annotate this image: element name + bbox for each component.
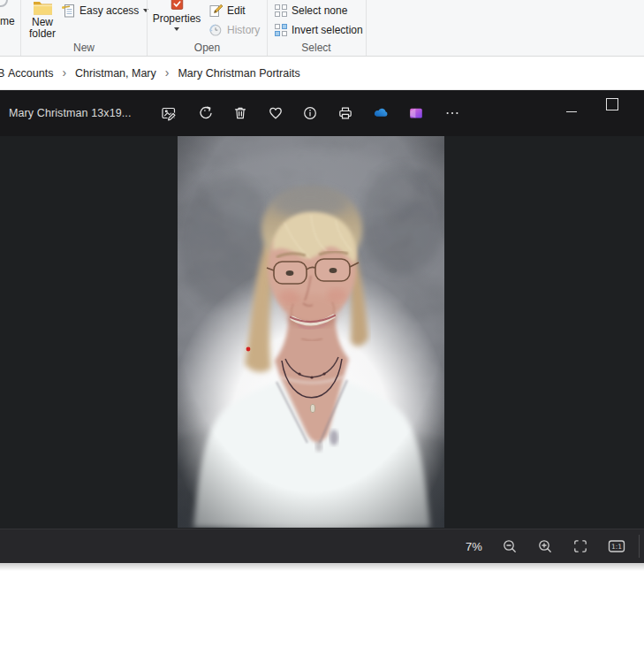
explorer-ribbon: me New folder Easy access New bbox=[0, 0, 644, 57]
photo-vignette bbox=[178, 136, 444, 528]
invert-selection-icon bbox=[275, 24, 287, 36]
invert-selection-label: Invert selection bbox=[292, 24, 363, 36]
video-editor-button[interactable] bbox=[408, 105, 424, 121]
print-button[interactable] bbox=[337, 105, 353, 121]
edit-label: Edit bbox=[227, 4, 246, 17]
properties-icon bbox=[170, 0, 185, 11]
see-more-icon bbox=[444, 105, 460, 121]
ribbon-group-label-select: Select bbox=[268, 42, 365, 54]
zoom-in-icon bbox=[537, 538, 553, 554]
breadcrumb-item-accounts[interactable]: Accounts bbox=[6, 65, 55, 82]
breadcrumb-item-christman-mary[interactable]: Christman, Mary bbox=[73, 65, 158, 82]
ribbon-partial-label: me bbox=[0, 15, 15, 27]
ribbon-group-label-new: New bbox=[21, 42, 147, 54]
history-button[interactable]: History bbox=[208, 22, 260, 38]
maximize-button[interactable] bbox=[606, 98, 618, 110]
new-folder-icon bbox=[33, 0, 53, 15]
actual-size-label: 1:1 bbox=[611, 543, 622, 551]
history-icon bbox=[208, 23, 223, 37]
edit-image-icon bbox=[161, 105, 177, 121]
photos-titlebar: Mary Christman 13x19... bbox=[0, 90, 644, 136]
onedrive-button[interactable] bbox=[373, 105, 389, 121]
favorite-icon bbox=[268, 105, 284, 121]
photo-viewer-canvas[interactable] bbox=[0, 136, 644, 529]
portrait-photo bbox=[178, 136, 444, 528]
fit-to-window-icon bbox=[572, 538, 588, 554]
edit-button[interactable]: Edit bbox=[208, 3, 246, 19]
breadcrumb-chevron-icon: › bbox=[158, 65, 177, 81]
info-icon bbox=[302, 105, 318, 121]
onedrive-icon bbox=[373, 105, 389, 121]
edit-image-button[interactable] bbox=[161, 105, 177, 121]
photos-title: Mary Christman 13x19... bbox=[9, 90, 131, 136]
properties-button[interactable]: Properties bbox=[154, 0, 200, 31]
ribbon-divider bbox=[366, 0, 367, 56]
actual-size-icon: 1:1 bbox=[608, 538, 625, 554]
edit-icon bbox=[208, 4, 223, 18]
ribbon-group-label-open: Open bbox=[148, 42, 267, 54]
history-label: History bbox=[227, 24, 260, 36]
new-folder-button[interactable]: New folder bbox=[23, 0, 62, 40]
minimize-button[interactable] bbox=[566, 111, 577, 112]
delete-icon bbox=[232, 105, 248, 121]
rotate-icon bbox=[198, 105, 214, 121]
easy-access-label: Easy access bbox=[80, 4, 139, 17]
actual-size-button[interactable]: 1:1 bbox=[608, 538, 624, 554]
info-button[interactable] bbox=[302, 105, 318, 121]
properties-label: Properties bbox=[153, 12, 201, 25]
print-icon bbox=[337, 105, 353, 121]
zoom-level-text: 7% bbox=[466, 529, 482, 564]
ribbon-partial-item[interactable]: me bbox=[0, 0, 19, 46]
breadcrumb-item-portraits[interactable]: Mary Christman Portraits bbox=[176, 65, 301, 82]
easy-access-button[interactable]: Easy access bbox=[62, 3, 148, 19]
zoom-in-button[interactable] bbox=[537, 538, 553, 554]
partial-icon bbox=[0, 0, 8, 7]
delete-button[interactable] bbox=[232, 105, 248, 121]
select-none-button[interactable]: Select none bbox=[275, 3, 347, 19]
select-none-label: Select none bbox=[292, 4, 347, 17]
photos-window: Mary Christman 13x19... bbox=[0, 90, 644, 563]
see-more-button[interactable] bbox=[444, 105, 460, 121]
zoom-out-icon bbox=[502, 538, 518, 554]
fit-to-window-button[interactable] bbox=[572, 538, 588, 554]
photos-statusbar: 7% bbox=[0, 529, 644, 563]
favorite-button[interactable] bbox=[268, 105, 284, 121]
breadcrumb: B Accounts › Christman, Mary › Mary Chri… bbox=[0, 57, 644, 90]
statusbar-separator bbox=[639, 535, 640, 558]
window-shadow bbox=[0, 563, 644, 571]
desktop-screen: me New folder Easy access New bbox=[0, 0, 644, 647]
dropdown-caret-icon bbox=[174, 27, 179, 31]
rotate-button[interactable] bbox=[198, 105, 214, 121]
breadcrumb-clipped-char: B bbox=[0, 65, 6, 82]
new-folder-label: New folder bbox=[23, 17, 62, 40]
breadcrumb-chevron-icon: › bbox=[55, 65, 73, 81]
zoom-out-button[interactable] bbox=[502, 538, 518, 554]
video-editor-icon bbox=[408, 105, 424, 121]
easy-access-icon bbox=[62, 4, 75, 18]
select-none-icon bbox=[275, 4, 287, 17]
invert-selection-button[interactable]: Invert selection bbox=[275, 22, 363, 38]
